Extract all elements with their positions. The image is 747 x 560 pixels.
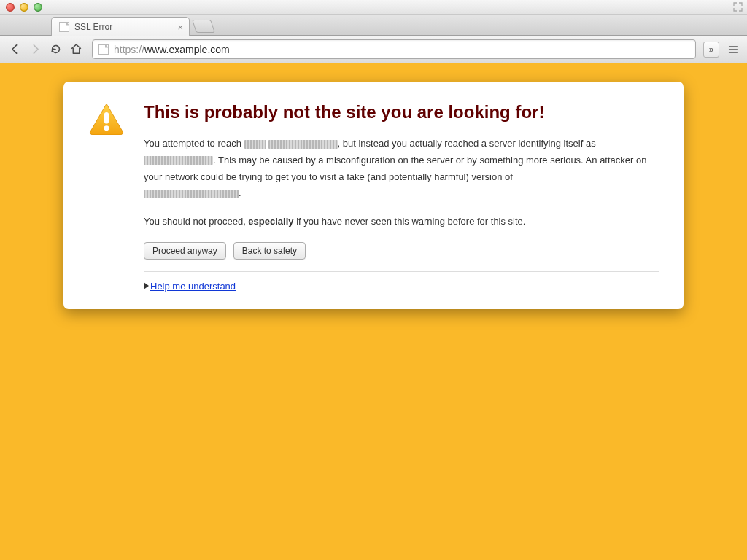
- overflow-label: »: [709, 44, 714, 55]
- fullscreen-icon[interactable]: [733, 2, 743, 14]
- redacted-server-identity: [144, 156, 213, 165]
- window-minimize-button[interactable]: [20, 3, 28, 12]
- disclosure-triangle-icon: [144, 282, 149, 289]
- warning-triangle-icon: [88, 102, 125, 135]
- warning-icon-column: [88, 102, 128, 292]
- reload-button[interactable]: [47, 41, 64, 58]
- svg-rect-0: [104, 112, 109, 124]
- tab-title: SSL Error: [74, 22, 112, 32]
- p1-text-c: . This may be caused by a misconfigurati…: [144, 155, 646, 182]
- help-me-understand-link[interactable]: Help me understand: [150, 281, 236, 292]
- home-button[interactable]: [67, 41, 85, 58]
- button-row: Proceed anyway Back to safety: [144, 242, 659, 260]
- page-favicon-icon: [59, 22, 69, 32]
- warning-heading: This is probably not the site you are lo…: [144, 102, 659, 122]
- forward-button[interactable]: [26, 41, 44, 58]
- back-button[interactable]: [6, 41, 23, 58]
- new-tab-button[interactable]: [192, 20, 215, 33]
- window-close-button[interactable]: [6, 3, 15, 12]
- url-host: www.example.com: [144, 44, 230, 55]
- back-to-safety-button[interactable]: Back to safety: [233, 242, 306, 260]
- warning-paragraph-2: You should not proceed, especially if yo…: [144, 214, 659, 230]
- proceed-anyway-button[interactable]: Proceed anyway: [144, 242, 226, 260]
- page-icon: [98, 44, 109, 55]
- window-titlebar: [0, 0, 747, 15]
- p2-text-a: You should not proceed,: [144, 216, 248, 227]
- menu-button[interactable]: [725, 42, 741, 58]
- redacted-hostname-1b: [268, 140, 338, 149]
- warning-content: This is probably not the site you are lo…: [144, 102, 659, 292]
- redacted-hostname-1a: [244, 140, 266, 149]
- divider: [144, 271, 659, 272]
- p1-text-d: .: [239, 187, 241, 198]
- p2-bold: especially: [248, 216, 293, 227]
- p1-text-a: You attempted to reach: [144, 138, 244, 149]
- window-zoom-button[interactable]: [34, 3, 42, 12]
- help-disclosure[interactable]: Help me understand: [144, 281, 659, 292]
- page-viewport: This is probably not the site you are lo…: [0, 63, 747, 560]
- address-bar[interactable]: https://www.example.com: [92, 39, 696, 59]
- url-scheme: https://: [114, 44, 144, 55]
- warning-paragraph-1: You attempted to reach , but instead you…: [144, 136, 659, 202]
- traffic-lights: [6, 3, 42, 12]
- ssl-warning-card: This is probably not the site you are lo…: [63, 82, 684, 309]
- toolbar-overflow-button[interactable]: »: [703, 42, 719, 58]
- svg-point-1: [104, 125, 109, 131]
- url-text: https://www.example.com: [114, 44, 230, 55]
- p1-text-b: , but instead you actually reached a ser…: [338, 138, 596, 149]
- p2-text-b: if you have never seen this warning befo…: [294, 216, 526, 227]
- browser-toolbar: https://www.example.com »: [0, 36, 747, 63]
- tab-strip: SSL Error ×: [0, 15, 747, 36]
- tab-close-icon[interactable]: ×: [177, 22, 183, 31]
- browser-tab[interactable]: SSL Error ×: [51, 17, 190, 36]
- redacted-hostname-2: [144, 190, 239, 198]
